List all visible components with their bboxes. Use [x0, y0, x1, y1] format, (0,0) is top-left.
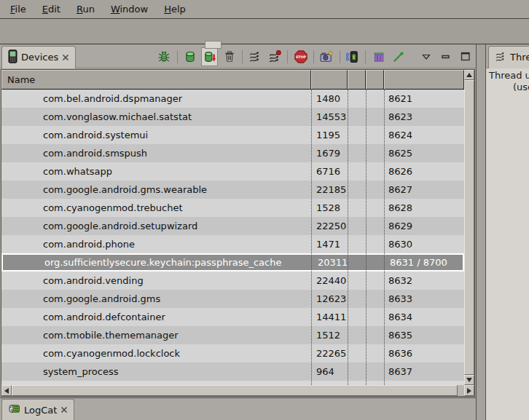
cell-name: com.google.android.gms.wearable	[43, 181, 207, 199]
cell-pid: 22265	[316, 344, 346, 362]
table-row[interactable]: org.sufficientlysecure.keychain:passphra…	[1, 253, 464, 272]
table-row[interactable]: system_process9648637	[1, 362, 464, 381]
device-view-icon[interactable]	[345, 47, 361, 66]
threads-message-line2: (use toolbar button to enable)	[489, 82, 529, 93]
cell-pid: 6716	[316, 162, 340, 181]
menu-bar: File Edit Run Window Help	[0, 0, 529, 19]
table-row[interactable]: com.android.systemui11958624	[1, 126, 464, 144]
close-icon[interactable]	[60, 405, 68, 416]
table-row[interactable]: com.cyanogenmod.trebuchet15288628	[1, 199, 464, 217]
table-header: Name	[1, 70, 464, 90]
cell-pid: 1528	[316, 199, 340, 217]
table-row[interactable]: com.vonglasow.michael.satstat145538623	[1, 108, 464, 126]
cell-name: com.google.android.gms	[43, 290, 160, 308]
column-header-port[interactable]	[384, 70, 464, 90]
cell-name: com.android.defcontainer	[43, 308, 165, 326]
capture-systrace-icon[interactable]	[370, 47, 387, 66]
cell-name: com.android.vending	[43, 272, 144, 290]
threads-panel-content: Thread updates not enabled for selected …	[486, 68, 529, 420]
table-row[interactable]: com.android.phone14718630	[1, 235, 464, 253]
horizontal-scroll-thumb[interactable]	[12, 385, 458, 396]
table-row[interactable]: com.google.android.gms126238633	[1, 290, 464, 308]
menu-edit[interactable]: Edit	[34, 2, 68, 16]
logcat-icon	[8, 403, 20, 416]
scroll-down-button[interactable]	[464, 375, 474, 385]
tab-threads[interactable]: Threads	[488, 46, 529, 68]
menu-file[interactable]: File	[2, 2, 34, 16]
tab-logcat[interactable]: LogCat	[1, 399, 74, 420]
cell-name: com.bel.android.dspmanager	[43, 90, 182, 108]
tab-logcat-label: LogCat	[24, 405, 57, 416]
down-arrow-icon	[466, 378, 472, 382]
cell-port: 8626	[388, 162, 412, 181]
table-row[interactable]: com.google.android.gms.wearable221858627	[1, 181, 464, 199]
start-opengl-trace-icon[interactable]	[390, 47, 407, 66]
cell-name: org.sufficientlysecure.keychain:passphra…	[44, 255, 281, 270]
column-header-pid[interactable]	[311, 70, 348, 90]
update-heap-icon[interactable]	[182, 47, 199, 66]
menu-run[interactable]: Run	[68, 2, 103, 16]
cell-port: 8633	[388, 290, 412, 308]
left-arrow-icon	[4, 388, 9, 394]
table-row[interactable]: com.tmobile.thememanager15128635	[1, 326, 464, 344]
table-row[interactable]: com.bel.android.dspmanager14808621	[1, 90, 464, 108]
table-row[interactable]: com.cyanogenmod.lockclock222658636	[1, 344, 464, 362]
cell-pid: 964	[316, 362, 334, 381]
cell-pid: 12623	[316, 290, 346, 308]
debug-process-icon[interactable]	[156, 47, 173, 66]
toolbar-separator	[287, 50, 288, 63]
column-header-name[interactable]: Name	[1, 70, 311, 90]
toolbar-separator	[340, 50, 340, 63]
table-row[interactable]: com.google.android.setupwizard222508629	[1, 217, 464, 235]
cell-pid: 1480	[316, 90, 340, 108]
toolbar-separator	[177, 50, 178, 63]
view-menu-icon[interactable]	[418, 47, 435, 66]
sash-handle[interactable]	[205, 41, 222, 49]
horizontal-scrollbar[interactable]	[1, 385, 474, 396]
toolbar-separator	[313, 50, 314, 63]
pane-sash[interactable]	[476, 44, 486, 420]
screen-capture-icon[interactable]	[318, 47, 335, 66]
minimize-icon[interactable]	[438, 47, 455, 66]
cell-name: com.android.smspush	[43, 144, 147, 162]
cell-port: 8627	[388, 181, 412, 199]
menu-window[interactable]: Window	[103, 2, 156, 16]
update-threads-icon[interactable]	[247, 47, 264, 66]
cell-name: com.android.phone	[43, 235, 135, 253]
threads-message-line1: Thread updates not enabled for selected …	[489, 70, 529, 82]
scroll-left-button[interactable]	[1, 385, 12, 396]
column-header-3[interactable]	[366, 70, 384, 90]
cell-pid: 20311	[318, 255, 348, 270]
toolbar-separator	[242, 50, 243, 63]
vertical-scroll-thumb[interactable]	[464, 80, 474, 375]
vertical-scrollbar[interactable]	[464, 70, 474, 385]
scroll-right-button[interactable]	[464, 385, 474, 396]
table-row[interactable]: com.android.smspush16798625	[1, 144, 464, 162]
table-row[interactable]: com.android.defcontainer144118634	[1, 308, 464, 326]
phone-icon	[8, 49, 17, 66]
devices-table: Name com.bel.android.dspmanager14808621c…	[1, 69, 475, 397]
cell-port: 8628	[388, 199, 412, 217]
menu-help[interactable]: Help	[156, 2, 194, 16]
stop-process-icon[interactable]: STOP	[292, 47, 309, 66]
column-header-2[interactable]	[348, 70, 366, 90]
cell-port: 8635	[388, 326, 412, 344]
table-row[interactable]: com.android.vending224408632	[1, 272, 464, 290]
cell-port: 8637	[388, 362, 412, 381]
cell-name: com.cyanogenmod.lockclock	[43, 344, 180, 362]
cell-name: system_process	[43, 362, 118, 381]
start-method-profiling-icon[interactable]	[267, 47, 283, 66]
cell-port: 8636	[388, 344, 412, 362]
close-icon[interactable]	[62, 52, 69, 63]
cell-pid: 22250	[316, 217, 346, 235]
scroll-up-button[interactable]	[464, 70, 474, 80]
table-row[interactable]: com.whatsapp67168626	[1, 162, 464, 181]
maximize-icon[interactable]	[457, 47, 474, 66]
cell-port: 8624	[388, 126, 412, 144]
cause-gc-icon[interactable]	[221, 47, 238, 66]
dump-hprof-icon[interactable]	[201, 47, 218, 66]
cell-port: 8629	[388, 217, 412, 235]
tab-devices[interactable]: Devices	[1, 46, 76, 68]
cell-pid: 14411	[316, 308, 346, 326]
devices-view-toolbar: STOP	[154, 44, 475, 68]
